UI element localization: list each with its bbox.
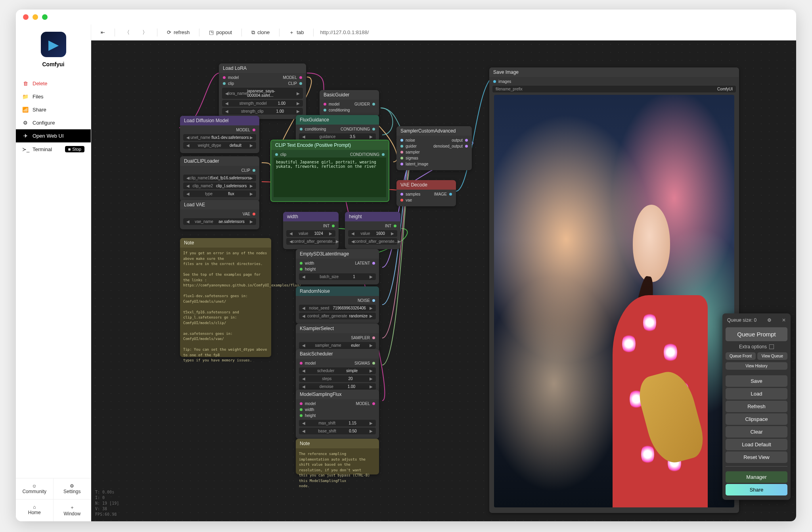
- sidebar-item-share[interactable]: 📶Share: [16, 103, 91, 116]
- wifi-icon: 📶: [22, 107, 29, 113]
- clipspace-button[interactable]: Clipspace: [726, 413, 787, 425]
- terminal-icon: ≻_: [22, 146, 29, 152]
- maximize-window-icon[interactable]: [42, 14, 48, 20]
- sidebar-item-terminal[interactable]: ≻_Terminal■ Stop: [16, 142, 91, 156]
- lora-name-widget[interactable]: ◀lora_namejapanese_saya-000004.safet...▶: [222, 88, 303, 99]
- base-shift-widget[interactable]: ◀base_shift0.50▶: [299, 428, 376, 434]
- panel-header[interactable]: Queue size: 0 ⚙ ✕: [726, 317, 787, 326]
- sidebar-home[interactable]: ⌂Home: [16, 499, 54, 521]
- reset-view-button[interactable]: Reset View: [726, 451, 787, 463]
- sampler-name-widget[interactable]: ◀sampler_nameeuler▶: [299, 342, 376, 349]
- steps-widget[interactable]: ◀steps20▶: [299, 375, 376, 382]
- sidebar-community[interactable]: ☺Community: [16, 478, 54, 499]
- gear-icon: ⚙: [70, 483, 74, 489]
- sidebar-item-open-web-ui[interactable]: ✈Open Web UI: [16, 129, 91, 142]
- plus-icon: ＋: [289, 29, 294, 36]
- node-title: Note: [296, 439, 379, 448]
- plane-icon: ✈: [22, 133, 29, 139]
- toolbar: ⇤ 〈 〉 ⟳refresh ◳popout ⧉clone ＋tab http:…: [91, 25, 796, 40]
- node-empty-latent[interactable]: EmptySD3LatentImage widthLATENT height ◀…: [296, 249, 379, 284]
- folder-icon: 📁: [22, 94, 29, 100]
- node-basic-scheduler[interactable]: BasicScheduler modelSIGMAS ◀schedulersim…: [296, 349, 379, 394]
- back-button[interactable]: 〈: [121, 27, 133, 38]
- node-canvas[interactable]: Load LoRA modelMODEL clipCLIP ◀lora_name…: [91, 40, 796, 521]
- clip-name1-widget[interactable]: ◀clip_name1t5xxl_fp16.safetensors▶: [183, 175, 256, 181]
- load-default-button[interactable]: Load Default: [726, 439, 787, 450]
- queue-prompt-button[interactable]: Queue Prompt: [726, 327, 787, 341]
- view-queue-button[interactable]: View Queue: [757, 352, 787, 360]
- node-load-diffusion-model[interactable]: Load Diffusion Model MODEL ◀unet_nameflu…: [180, 116, 259, 153]
- node-sampler-custom-advanced[interactable]: SamplerCustomAdvanced noiseoutput guider…: [396, 126, 472, 170]
- vae-name-widget[interactable]: ◀vae_nameae.safetensors▶: [183, 218, 256, 225]
- node-load-lora[interactable]: Load LoRA modelMODEL clipCLIP ◀lora_name…: [219, 63, 306, 119]
- sidebar-item-files[interactable]: 📁Files: [16, 90, 91, 103]
- sidebar-window[interactable]: ＋Window: [54, 499, 91, 521]
- batch-size-widget[interactable]: ◀batch_size1▶: [299, 273, 376, 280]
- node-clip-text-encode[interactable]: CLIP Text Encode (Positive Prompt) clipC…: [270, 140, 389, 202]
- clip-type-widget[interactable]: ◀typeflux▶: [183, 190, 256, 197]
- sidebar-item-configure[interactable]: ⚙Configure: [16, 116, 91, 129]
- refresh-button[interactable]: ⟳refresh: [164, 28, 193, 37]
- guidance-widget[interactable]: ◀guidance3.5▶: [299, 133, 376, 140]
- panel-gear-icon[interactable]: ⚙: [767, 317, 772, 323]
- max-shift-widget[interactable]: ◀max_shift1.15▶: [299, 420, 376, 426]
- height-cag-widget[interactable]: ◀control_after_generate...▶: [348, 238, 397, 245]
- height-value-widget[interactable]: ◀value1600▶: [348, 230, 397, 237]
- node-random-noise[interactable]: RandomNoise NOISE ◀noise_seed71966996332…: [296, 286, 379, 324]
- titlebar: [16, 10, 796, 25]
- sidebar-item-delete[interactable]: 🗑Delete: [16, 77, 91, 90]
- node-height[interactable]: height INT ◀value1600▶ ◀control_after_ge…: [345, 212, 400, 249]
- node-model-sampling-flux[interactable]: ModelSamplingFlux modelMODEL width heigh…: [296, 390, 379, 439]
- canvas-stats: T: 0.00s I: 0 N: 19 [19] V: 38 FPS:60.98: [95, 490, 119, 517]
- close-window-icon[interactable]: [23, 14, 29, 20]
- node-save-image[interactable]: Save Image images filename_prefixComfyUI: [489, 67, 739, 513]
- save-button[interactable]: Save: [726, 375, 787, 387]
- forward-button[interactable]: 〉: [139, 27, 151, 38]
- refresh-button[interactable]: Refresh: [726, 401, 787, 412]
- control-panel[interactable]: Queue size: 0 ⚙ ✕ Queue Prompt Extra opt…: [722, 313, 791, 500]
- unet-name-widget[interactable]: ◀unet_nameflux1-dev.safetensors▶: [183, 134, 256, 141]
- denoise-widget[interactable]: ◀denoise1.00▶: [299, 383, 376, 390]
- minimize-window-icon[interactable]: [33, 14, 38, 20]
- clear-button[interactable]: Clear: [726, 426, 787, 438]
- node-title: BasicGuider: [320, 90, 379, 100]
- app-logo-icon: ▶: [41, 32, 66, 57]
- prompt-textarea[interactable]: [274, 157, 386, 197]
- exit-button[interactable]: ⇤: [98, 28, 108, 37]
- node-load-vae[interactable]: Load VAE VAE ◀vae_nameae.safetensors▶: [180, 200, 259, 229]
- node-note-2[interactable]: Note The reference sampling implementati…: [296, 439, 379, 474]
- node-vae-decode[interactable]: VAE Decode samplesIMAGE vae: [396, 180, 456, 206]
- popout-button[interactable]: ◳popout: [206, 28, 235, 37]
- sidebar-label: Delete: [33, 81, 48, 86]
- node-title: Load Diffusion Model: [180, 116, 259, 125]
- queue-front-button[interactable]: Queue Front: [726, 352, 756, 360]
- width-value-widget[interactable]: ◀value1024▶: [286, 230, 335, 237]
- scheduler-widget[interactable]: ◀schedulersimple▶: [299, 367, 376, 374]
- load-button[interactable]: Load: [726, 388, 787, 399]
- node-note-1[interactable]: Note If you get an error in any of the n…: [180, 238, 271, 357]
- strength-clip-widget[interactable]: ◀strength_clip1.00▶: [222, 108, 303, 115]
- strength-model-widget[interactable]: ◀strength_model1.00▶: [222, 100, 303, 107]
- extra-options-checkbox[interactable]: Extra options: [726, 342, 787, 351]
- node-ksampler-select[interactable]: KSamplerSelect SAMPLER ◀sampler_nameeule…: [296, 324, 379, 353]
- node-width[interactable]: width INT ◀value1024▶ ◀control_after_gen…: [283, 212, 339, 249]
- node-basic-guider[interactable]: BasicGuider modelGUIDER conditioning: [320, 90, 379, 116]
- weight-dtype-widget[interactable]: ◀weight_dtypedefault▶: [183, 142, 256, 149]
- clip-name2-widget[interactable]: ◀clip_name2clip_l.safetensors▶: [183, 182, 256, 189]
- sidebar-settings[interactable]: ⚙Settings: [54, 478, 91, 499]
- clone-button[interactable]: ⧉clone: [248, 28, 273, 37]
- sidebar-label: Terminal: [33, 146, 52, 152]
- noise-cag-widget[interactable]: ◀control_after_generaterandomize▶: [299, 313, 376, 319]
- node-dual-clip-loader[interactable]: DualCLIPLoader CLIP ◀clip_name1t5xxl_fp1…: [180, 156, 259, 202]
- stop-button[interactable]: ■ Stop: [65, 146, 84, 152]
- view-history-button[interactable]: View History: [726, 362, 787, 370]
- tab-button[interactable]: ＋tab: [286, 27, 307, 38]
- panel-close-icon[interactable]: ✕: [782, 317, 786, 323]
- filename-prefix-widget[interactable]: filename_prefixComfyUI: [492, 86, 736, 92]
- manager-button[interactable]: Manager: [726, 471, 787, 483]
- width-cag-widget[interactable]: ◀control_after_generate...▶: [286, 238, 335, 245]
- noise-seed-widget[interactable]: ◀noise_seed719669963326406▶: [299, 305, 376, 311]
- node-title: BasicScheduler: [296, 349, 379, 359]
- content: ⇤ 〈 〉 ⟳refresh ◳popout ⧉clone ＋tab http:…: [91, 25, 796, 521]
- share-button[interactable]: Share: [726, 484, 787, 496]
